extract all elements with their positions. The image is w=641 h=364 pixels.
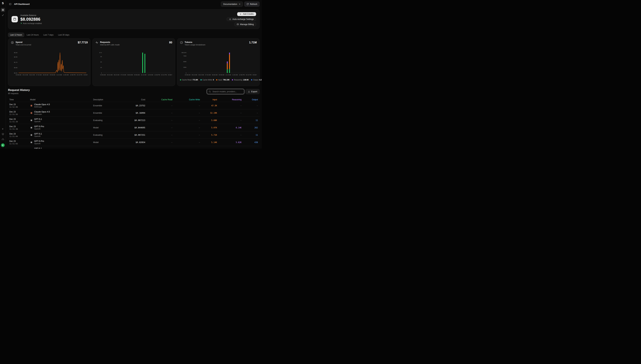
output-cell: — [242,104,258,107]
table-header-row: TimeModelDescriptionCostCache ReadCache … [8,97,260,102]
sidebar-item-api-keys[interactable] [1,13,5,17]
cost-cell: $0.007251 [128,134,146,136]
reasoning-cell: — [217,134,242,136]
refresh-icon [246,3,249,5]
activity-icon [95,41,98,45]
model-cell: Claude Opus 4.5Anthropic [30,103,93,108]
svg-text:900.67K: 900.67K [182,52,186,54]
search-box [207,89,244,94]
legend-item-output: Output4.2K [251,79,262,81]
requests-value: 80 [169,41,172,44]
headphones-icon [2,138,4,140]
svg-text:11:50 AM: 11:50 AM [232,74,238,76]
sidebar-item-devices[interactable] [1,132,5,136]
sidebar-item-support[interactable] [1,137,5,141]
svg-text:09:58 AM: 09:58 AM [134,74,140,76]
reasoning-cell: 6.14K [217,126,242,129]
export-button[interactable]: Export [246,89,260,94]
svg-text:11:10 AM: 11:10 AM [226,74,231,76]
table-row[interactable]: Dec 2311:51:04GPT-5.1OpenAIEvaluating$0.… [8,131,260,139]
svg-text:750K: 750K [183,55,186,57]
main: API Dashboard Documentation Refresh [6,0,262,149]
tokens-card: Tokens Token usage breakdown 1.71M 900.6… [177,38,260,86]
legend-item-reasoning: Reasoning138.6K [232,79,249,81]
svg-text:11:50 AM: 11:50 AM [63,74,69,76]
table-row[interactable]: Dec 2311:51:56Claude Opus 4.5AnthropicEn… [8,109,260,117]
legend-dot-icon [200,79,202,80]
svg-text:$3.26: $3.26 [14,52,18,54]
svg-text:20: 20 [100,61,102,63]
column-header-cost: Cost [128,98,146,101]
svg-text:500K: 500K [183,61,186,62]
time-cell: Dec 2311:51:39 [9,118,30,123]
export-label: Export [251,90,257,93]
input-cell: 32.19K [200,112,217,114]
spend-chart: $3.26$2.55$1.70$0.85$0.0003:58 AM05:10 A… [11,51,88,77]
svg-text:02:10 PM: 02:10 PM [76,74,82,76]
reasoning-cell: 5.82K [217,141,242,144]
legend-dot-icon [232,79,233,80]
spend-value: $7.7719 [78,41,88,44]
time-range-last-30-days[interactable]: Last 30 days [56,33,72,37]
table-row[interactable]: Dec 23GPT-5.1OpenAIEvaluating$0.013681——… [8,146,260,149]
svg-text:05:10 AM: 05:10 AM [22,74,28,76]
svg-text:11:10 AM: 11:10 AM [141,74,146,76]
output-cell: — [242,148,258,149]
time-range-last-24-hours[interactable]: Last 24 hours [25,33,41,37]
column-header-time: Time [9,98,30,101]
time-range-last-7-days[interactable]: Last 7 days [41,33,56,37]
credit-card-icon [237,23,239,25]
download-icon [248,90,250,93]
openai-logo-icon [30,119,33,122]
column-header-model: Model [30,98,93,101]
svg-text:03:58 PM: 03:58 PM [168,74,172,76]
model-cell: GPT-5.1OpenAI [30,118,93,122]
sidebar-item-dashboard[interactable] [1,8,5,12]
table-row[interactable]: Dec 2311:52:08Claude Opus 4.5AnthropicEn… [8,102,260,109]
svg-text:07:34 AM: 07:34 AM [205,74,211,76]
gauge-icon [180,41,183,45]
grid-icon [2,9,4,11]
column-header-reasoning: Reasoning [217,98,242,101]
user-avatar[interactable]: K [1,143,5,147]
description-cell: Evaluating [93,119,128,122]
svg-text:03:58 PM: 03:58 PM [252,74,257,76]
svg-text:12:58 PM: 12:58 PM [239,74,245,76]
sidebar-collapse-button[interactable] [1,127,5,131]
balance-label: Available Balance [20,14,42,16]
cost-cell: $0.844695 [128,126,146,129]
table-row[interactable]: Dec 2311:51:39GPT-5.1OpenAIEvaluating$0.… [8,117,260,124]
svg-text:12:58 PM: 12:58 PM [70,74,76,76]
reasoning-cell: — [217,119,242,122]
svg-text:06:22 AM: 06:22 AM [29,74,35,76]
model-cell: GPT-5 ProOpenAI [30,140,93,144]
svg-text:$0.85: $0.85 [14,67,18,68]
table-row[interactable]: Dec 2311:51:03GPT-5 ProOpenAIModel$0.828… [8,139,260,146]
page-title: API Dashboard [14,3,30,5]
svg-text:08:46 AM: 08:46 AM [212,74,218,76]
time-range-last-12-hours[interactable]: Last 12 hours [8,33,24,37]
cost-cell: $0.013681 [128,148,146,149]
input-cell: 47.5K [200,104,217,107]
cache-read-cell: — [146,148,173,149]
manage-billing-button[interactable]: Manage Billing [234,22,256,26]
search-input[interactable] [212,90,242,93]
description-cell: Ensemble [93,104,128,107]
cost-cell: $0.16094 [128,112,146,114]
add-credits-button[interactable]: Add Credits [237,12,256,16]
auto-recharge-settings-button[interactable]: Auto-recharge Settings [227,17,256,21]
time-cell: Dec 2311:51:04 [9,133,30,137]
request-history: Request History 80 requests Expo [8,88,260,149]
reasoning-cell: — [217,104,242,107]
column-header-output: Output [242,98,258,101]
svg-text:05:10 AM: 05:10 AM [192,74,197,76]
refresh-button[interactable]: Refresh [244,2,260,7]
stat-cards: $ Spend Total cost incurred $7.7719 $3.2… [8,38,260,86]
tokens-legend: Cache Read772.8KCache Write0Input796.19K… [180,79,257,81]
sidebar-toggle-button[interactable] [8,2,12,6]
documentation-button[interactable]: Documentation [221,2,243,7]
manage-billing-label: Manage Billing [240,23,254,26]
legend-item-input: Input796.19K [216,79,230,81]
table-row[interactable]: Dec 2311:51:38GPT-5 ProOpenAIModel$0.844… [8,124,260,131]
legend-dot-icon [251,79,252,80]
